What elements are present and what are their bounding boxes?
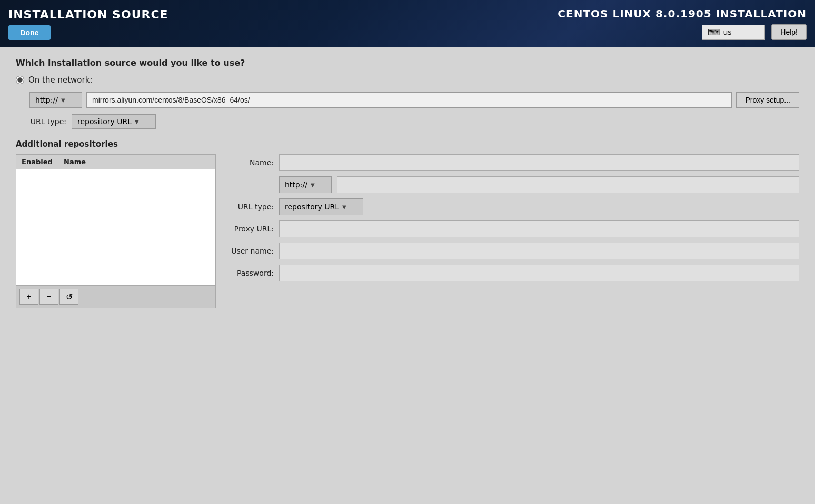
detail-name-input[interactable] <box>279 154 799 171</box>
protocol-dropdown-arrow: ▼ <box>61 97 65 103</box>
url-input[interactable] <box>86 92 732 108</box>
detail-password-row: Password: <box>226 265 799 281</box>
detail-url-type-label: URL type: <box>226 203 274 211</box>
url-type-row: URL type: repository URL ▼ <box>29 114 799 129</box>
right-title: CENTOS LINUX 8.0.1905 INSTALLATION <box>558 7 807 20</box>
col-enabled: Enabled <box>16 158 58 166</box>
url-row: http:// ▼ Proxy setup... <box>29 92 799 108</box>
repo-table-header: Enabled Name <box>16 155 215 169</box>
detail-username-row: User name: <box>226 243 799 259</box>
done-button[interactable]: Done <box>8 25 51 40</box>
keyboard-icon: ⌨ <box>708 27 720 37</box>
repo-table: Enabled Name <box>16 154 216 286</box>
detail-name-row: Name: <box>226 154 799 171</box>
network-option: On the network: <box>16 75 799 85</box>
detail-url-row: http:// ▼ <box>226 176 799 193</box>
repos-section: Enabled Name + − ↺ Name: http <box>16 154 799 308</box>
detail-url-type-arrow: ▼ <box>342 204 346 210</box>
detail-proxy-row: Proxy URL: <box>226 220 799 237</box>
detail-password-label: Password: <box>226 269 274 277</box>
detail-url-input[interactable] <box>337 176 799 193</box>
refresh-repo-button[interactable]: ↺ <box>59 289 78 305</box>
url-type-value: repository URL <box>77 117 132 126</box>
additional-repos-title: Additional repositories <box>16 139 799 149</box>
network-radio[interactable] <box>16 76 24 84</box>
repo-details-panel: Name: http:// ▼ URL type: repository URL… <box>226 154 799 281</box>
detail-proxy-label: Proxy URL: <box>226 225 274 233</box>
header-right-section: CENTOS LINUX 8.0.1905 INSTALLATION ⌨ us … <box>558 7 807 40</box>
question-text: Which installation source would you like… <box>16 58 799 68</box>
remove-repo-button[interactable]: − <box>39 289 58 305</box>
help-button[interactable]: Help! <box>771 24 807 40</box>
detail-url-type-value: repository URL <box>285 203 339 211</box>
keyboard-value: us <box>723 28 731 36</box>
header: INSTALLATION SOURCE Done CENTOS LINUX 8.… <box>0 0 815 47</box>
detail-username-label: User name: <box>226 247 274 255</box>
detail-protocol-arrow: ▼ <box>311 182 315 188</box>
url-type-label: URL type: <box>29 117 66 126</box>
detail-protocol-dropdown[interactable]: http:// ▼ <box>279 176 332 193</box>
detail-name-label: Name: <box>226 158 274 167</box>
detail-username-input[interactable] <box>279 243 799 259</box>
header-left: INSTALLATION SOURCE Done <box>8 8 168 40</box>
keyboard-selector[interactable]: ⌨ us <box>702 25 765 40</box>
protocol-label: http:// <box>35 96 58 104</box>
detail-password-input[interactable] <box>279 265 799 281</box>
add-repo-button[interactable]: + <box>19 289 38 305</box>
col-name: Name <box>58 158 215 166</box>
url-type-dropdown[interactable]: repository URL ▼ <box>72 114 156 129</box>
detail-url-type-row: URL type: repository URL ▼ <box>226 198 799 215</box>
url-type-dropdown-arrow: ▼ <box>135 119 139 125</box>
proxy-setup-button[interactable]: Proxy setup... <box>736 92 799 108</box>
network-option-label: On the network: <box>28 75 92 85</box>
repo-toolbar: + − ↺ <box>16 286 216 308</box>
page-title: INSTALLATION SOURCE <box>8 8 168 21</box>
content-area: Which installation source would you like… <box>0 47 815 319</box>
detail-protocol-label: http:// <box>285 180 307 189</box>
protocol-dropdown[interactable]: http:// ▼ <box>29 92 82 108</box>
repo-table-body[interactable] <box>16 169 215 285</box>
repo-list-panel: Enabled Name + − ↺ <box>16 154 216 308</box>
detail-url-type-dropdown[interactable]: repository URL ▼ <box>279 198 363 215</box>
detail-proxy-input[interactable] <box>279 220 799 237</box>
